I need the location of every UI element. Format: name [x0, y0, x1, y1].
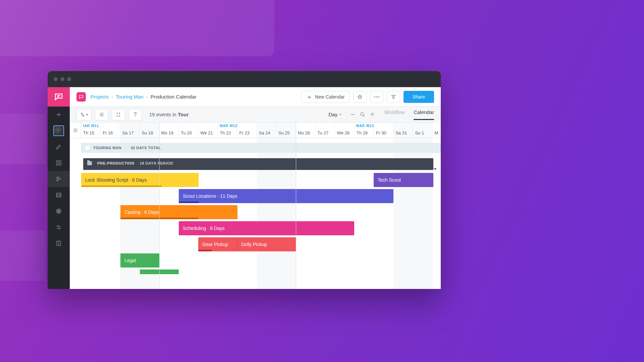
rail-back[interactable]	[48, 107, 70, 123]
event-scheduling[interactable]: Scheduling · 9 Days	[179, 221, 354, 235]
day-label: Sa 31	[395, 130, 407, 135]
event-count-prefix: 19 events in	[149, 112, 178, 117]
event-scout-locations[interactable]: Scout Locations · 11 Days	[179, 189, 393, 203]
event-label: Legal	[124, 258, 136, 263]
day-header-cell[interactable]: Sa 17	[120, 123, 140, 138]
tab-calendar[interactable]: Calendar	[414, 109, 434, 120]
phase-header[interactable]: PRE-PRODUCTION 18 DAYS PERIOD	[83, 158, 433, 168]
event-divider	[237, 237, 237, 251]
folder-icon	[87, 161, 92, 165]
day-label: Th 15	[83, 130, 94, 135]
event-gear-dolly[interactable]: Gear Pickup Dolly Pickup	[198, 237, 296, 251]
rail-sliders-icon[interactable]	[48, 219, 70, 235]
traffic-minimize[interactable]	[60, 77, 64, 81]
share-button[interactable]: Share	[404, 91, 434, 103]
week-header: MARW13	[356, 124, 374, 128]
timeline-grid: Th 15Fr 16Sa 17Su 18Mo 19Tu 20We 21Th 22…	[81, 123, 441, 289]
zoom-out-button[interactable]: −	[351, 110, 355, 119]
event-lock-script[interactable]: Lock Shooting Script · 6 Days	[81, 173, 199, 187]
day-header-cell[interactable]: Fr 23	[237, 123, 257, 138]
bg-decor	[0, 0, 274, 56]
day-header-cell[interactable]: Mo 26	[296, 123, 315, 138]
breadcrumb-current: Production Calendar	[151, 94, 197, 100]
day-label: We 21	[200, 130, 213, 135]
day-header-cell[interactable]: Mo 19	[159, 123, 179, 138]
tab-workflow[interactable]: Workflow	[384, 109, 405, 120]
event-legal[interactable]: Legal	[120, 253, 159, 267]
view-tabs: Workflow Calendar	[384, 109, 434, 120]
header-app-badge[interactable]	[76, 92, 86, 102]
app-logo[interactable]	[48, 87, 70, 107]
event-label: Dolly Pickup	[241, 242, 267, 247]
day-label: Fr 30	[376, 130, 386, 135]
svg-point-10	[101, 114, 102, 115]
day-label: Sa 24	[259, 130, 270, 135]
hierarchy-dropdown[interactable]: ▾	[76, 109, 92, 120]
day-label: Fr 16	[103, 130, 113, 135]
day-header-cell[interactable]: Sa 24	[257, 123, 276, 138]
day-header-cell[interactable]: Fr 30	[374, 123, 393, 138]
scale-select[interactable]: Day ▾	[328, 112, 341, 117]
week-header: MARW12	[220, 124, 237, 128]
event-tech-scout[interactable]: Tech Scout	[374, 173, 433, 187]
page-header: Projects › Touring Man › Production Cale…	[70, 87, 441, 107]
rail-reel-icon[interactable]	[48, 203, 70, 219]
day-header-cell[interactable]: Su 18	[140, 123, 159, 138]
left-rail	[48, 87, 70, 289]
day-header-cell[interactable]: Tu 27	[315, 123, 335, 138]
breadcrumb-project[interactable]: Touring Man	[116, 94, 144, 100]
list-icon	[73, 128, 78, 133]
hierarchy-icon	[80, 112, 85, 117]
rail-list-icon[interactable]	[48, 187, 70, 203]
svg-point-5	[59, 228, 60, 229]
row-list-toggle[interactable]	[70, 123, 81, 138]
event-label: Lock Shooting Script · 6 Days	[85, 177, 147, 183]
day-header-row: Th 15Fr 16Sa 17Su 18Mo 19Tu 20We 21Th 22…	[81, 123, 441, 138]
separator-dot: ·	[125, 146, 127, 150]
calendar-toolbar: ▾ ? 19 events in Tour Day ▾ − + Workflow…	[70, 107, 441, 123]
project-row-total: 42 DAYS TOTAL	[131, 146, 161, 150]
color-swatch	[85, 146, 89, 150]
more-horizontal-icon	[374, 96, 379, 98]
rail-docs-icon[interactable]	[48, 235, 70, 251]
chevron-right-icon: ›	[146, 94, 148, 100]
breadcrumb: Projects › Touring Man › Production Cale…	[91, 94, 197, 100]
svg-point-9	[378, 96, 379, 97]
favorite-button[interactable]	[353, 91, 367, 103]
day-header-cell[interactable]: Su 25	[276, 123, 296, 138]
day-header-cell[interactable]: We 28	[335, 123, 355, 138]
day-header-cell[interactable]: Tu 20	[179, 123, 198, 138]
rail-edit-icon[interactable]	[48, 139, 70, 155]
day-label: Su 18	[142, 130, 153, 135]
settings-button[interactable]	[95, 109, 108, 120]
event-casting[interactable]: Casting · 6 Days	[120, 205, 237, 219]
day-header-cell[interactable]: We 21	[198, 123, 218, 138]
day-header-cell[interactable]: Su 1	[413, 123, 432, 138]
zoom-in-button[interactable]: +	[370, 111, 374, 118]
help-button[interactable]: ?	[128, 109, 142, 120]
event-progress	[179, 201, 199, 203]
svg-rect-0	[56, 161, 58, 165]
traffic-close[interactable]	[54, 77, 58, 81]
rail-gantt-icon[interactable]	[48, 171, 70, 187]
filter-button[interactable]	[387, 91, 400, 103]
breadcrumb-projects[interactable]: Projects	[91, 94, 109, 100]
day-label: Tu 20	[181, 130, 192, 135]
scale-label: Day	[328, 112, 337, 117]
timeline-body: TOURING MAN · 42 DAYS TOTAL PRE-PRODUCTI…	[81, 138, 441, 289]
project-row-header[interactable]: TOURING MAN · 42 DAYS TOTAL	[81, 143, 441, 153]
day-header-cell[interactable]: Fr 16	[101, 123, 120, 138]
day-label: Tu 27	[317, 130, 328, 135]
window-traffic-lights	[54, 77, 71, 81]
day-header-cell[interactable]: Sa 31	[393, 123, 413, 138]
fit-button[interactable]	[112, 109, 125, 120]
zoom-reset-icon[interactable]	[360, 112, 366, 118]
day-header-cell[interactable]: M	[433, 123, 441, 138]
traffic-zoom[interactable]	[67, 77, 71, 81]
more-button[interactable]	[370, 91, 383, 103]
svg-rect-2	[56, 193, 61, 197]
new-calendar-button[interactable]: ＋ New Calendar	[301, 91, 350, 103]
rail-project-thumb[interactable]	[53, 125, 64, 136]
rail-boards-icon[interactable]	[48, 155, 70, 171]
event-label: Tech Scout	[378, 177, 401, 183]
